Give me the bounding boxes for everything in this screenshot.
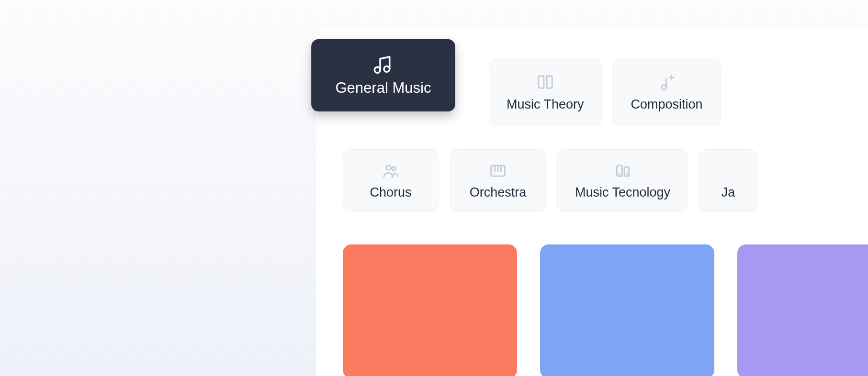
category-label: Ja — [721, 185, 735, 200]
category-label: Composition — [631, 97, 703, 112]
category-label: General Music — [335, 80, 431, 97]
svg-point-4 — [392, 166, 395, 170]
users-icon — [382, 160, 400, 181]
music-note-icon — [372, 53, 395, 76]
category-label: Chorus — [370, 185, 411, 200]
color-card-2[interactable] — [540, 244, 714, 376]
color-card-1[interactable] — [343, 244, 517, 376]
devices-icon — [614, 160, 632, 181]
category-chorus[interactable]: Chorus — [343, 149, 439, 212]
category-label: Music Theory — [507, 97, 584, 112]
category-composition[interactable]: Composition — [613, 59, 721, 126]
category-jazz[interactable]: Ja — [699, 149, 757, 212]
category-general-music[interactable]: General Music — [311, 39, 455, 111]
plus-note-icon — [658, 72, 676, 93]
svg-point-3 — [386, 166, 391, 170]
category-music-technology[interactable]: Music Tecnology — [557, 149, 688, 212]
piano-icon — [489, 160, 507, 181]
category-label: Orchestra — [470, 185, 527, 200]
svg-rect-7 — [624, 167, 629, 176]
color-card-row — [343, 244, 868, 376]
color-card-3[interactable] — [737, 244, 868, 376]
category-grid: General Music Music Theory Composition — [343, 59, 868, 212]
category-label: Music Tecnology — [575, 185, 670, 200]
content-panel: General Music Music Theory Composition — [316, 26, 868, 376]
category-orchestra[interactable]: Orchestra — [450, 149, 546, 212]
svg-point-2 — [661, 85, 666, 90]
book-open-icon — [536, 72, 554, 93]
category-music-theory[interactable]: Music Theory — [489, 59, 602, 126]
